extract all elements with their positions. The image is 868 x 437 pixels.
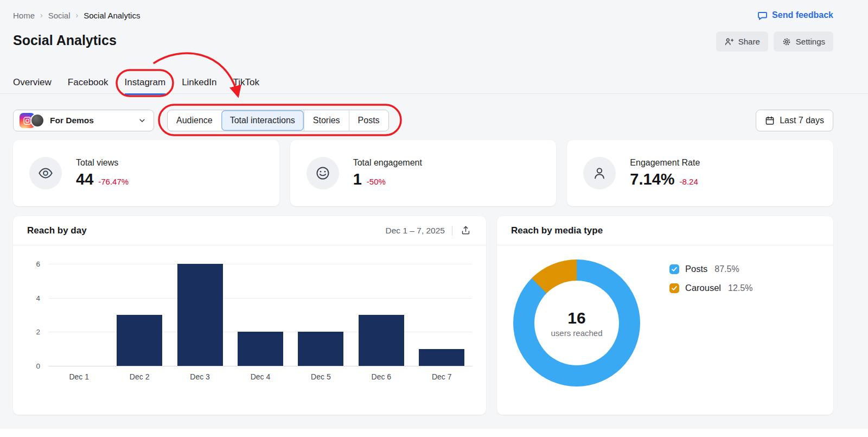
metric-value: 7.14% (630, 170, 674, 188)
metrics-row: Total views 44 -76.47% Total engagement … (13, 140, 833, 206)
gridline (49, 366, 472, 366)
segmented-control: Audience Total interactions Stories Post… (167, 110, 389, 131)
legend-value: 12.5% (728, 283, 752, 293)
tab-facebook[interactable]: Facebook (68, 76, 108, 95)
bar-chart-plot: 6420 (49, 264, 472, 366)
bar-column (109, 264, 169, 366)
profile-icons (20, 113, 44, 128)
legend-item-carousel[interactable]: Carousel 12.5% (669, 283, 752, 293)
bar-dec-2 (117, 315, 162, 366)
send-feedback-link[interactable]: Send feedback (757, 10, 833, 21)
tab-tiktok[interactable]: TikTok (233, 76, 259, 95)
date-range-button[interactable]: Last 7 days (756, 110, 833, 131)
breadcrumb-current: Social Analytics (84, 11, 140, 20)
x-axis-label: Dec 4 (230, 372, 290, 381)
reach-by-day-card: Reach by day Dec 1 – 7, 2025 6420 Dec 1D… (13, 216, 486, 415)
eye-icon (29, 157, 62, 189)
profile-selector[interactable]: For Demos (13, 110, 154, 131)
bar-column (170, 264, 230, 366)
top-bar: Home › Social › Social Analytics Send fe… (13, 9, 833, 22)
segment-stories[interactable]: Stories (304, 110, 349, 131)
x-axis-label: Dec 2 (109, 372, 169, 381)
title-actions: Share Settings (716, 31, 833, 52)
bar-chart-bars (49, 264, 472, 366)
metric-delta: -50% (367, 177, 386, 186)
donut-center: 16 users reached (534, 281, 619, 365)
metric-card-total-views: Total views 44 -76.47% (13, 140, 279, 206)
tabs: Overview Facebook Instagram LinkedIn Tik… (13, 76, 259, 95)
chevron-down-icon (138, 117, 146, 124)
settings-button[interactable]: Settings (774, 31, 833, 52)
person-plus-icon (724, 37, 734, 47)
x-axis-label: Dec 5 (291, 372, 351, 381)
users-reached-label: users reached (551, 328, 602, 338)
bar-dec-6 (359, 315, 404, 366)
smiley-icon (307, 157, 339, 189)
metric-delta: -8.24 (680, 177, 698, 186)
x-axis-label: Dec 1 (49, 372, 109, 381)
bar-chart: 6420 Dec 1Dec 2Dec 3Dec 4Dec 5Dec 6Dec 7 (27, 264, 472, 381)
bar-column (291, 264, 351, 366)
reach-by-media-card: Reach by media type 16 users reached Pos… (497, 216, 833, 415)
card-title: Reach by day (27, 225, 87, 236)
bar-dec-3 (177, 264, 223, 366)
bar-dec-5 (298, 332, 343, 366)
profile-name: For Demos (50, 116, 138, 125)
bar-dec-7 (419, 349, 464, 366)
tab-overview[interactable]: Overview (13, 76, 52, 95)
share-label: Share (738, 37, 760, 46)
settings-label: Settings (796, 37, 825, 46)
tab-instagram[interactable]: Instagram (125, 76, 166, 95)
date-range-label: Last 7 days (780, 116, 824, 125)
bar-chart-xaxis: Dec 1Dec 2Dec 3Dec 4Dec 5Dec 6Dec 7 (49, 372, 472, 381)
breadcrumb: Home › Social › Social Analytics (13, 11, 140, 20)
metric-card-total-engagement: Total engagement 1 -50% (290, 140, 557, 206)
metric-content: Total engagement 1 -50% (353, 158, 422, 188)
y-axis-label: 6 (30, 260, 40, 268)
segment-audience[interactable]: Audience (168, 110, 221, 131)
bottom-strip (0, 429, 868, 437)
chart-date-range: Dec 1 – 7, 2025 (386, 226, 445, 236)
toolbar: For Demos Audience Total interactions St… (13, 110, 833, 131)
metric-delta: -76.47% (98, 177, 129, 186)
export-button[interactable] (459, 224, 472, 237)
x-axis-label: Dec 7 (412, 372, 472, 381)
metric-content: Engagement Rate 7.14% -8.24 (630, 158, 700, 188)
metric-content: Total views 44 -76.47% (76, 158, 129, 188)
tab-linkedin[interactable]: LinkedIn (182, 76, 216, 95)
x-axis-label: Dec 3 (170, 372, 230, 381)
checkbox-carousel[interactable] (669, 283, 679, 293)
page-title: Social Analytics (13, 33, 117, 48)
calendar-icon (765, 116, 775, 125)
checkbox-posts[interactable] (669, 264, 679, 274)
divider (452, 226, 452, 236)
metric-label: Total engagement (353, 158, 422, 168)
card-title: Reach by media type (511, 225, 603, 236)
gear-icon (782, 37, 792, 47)
charts-row: Reach by day Dec 1 – 7, 2025 6420 Dec 1D… (13, 216, 833, 415)
bar-column (351, 264, 411, 366)
y-axis-label: 0 (30, 362, 40, 370)
bar-column (412, 264, 472, 366)
segment-total-interactions[interactable]: Total interactions (221, 110, 304, 131)
donut-chart-wrap: 16 users reached (513, 259, 640, 387)
breadcrumb-item-social[interactable]: Social (48, 11, 71, 20)
metric-card-engagement-rate: Engagement Rate 7.14% -8.24 (567, 140, 833, 206)
breadcrumb-item-home[interactable]: Home (13, 11, 35, 20)
legend-label: Posts (685, 264, 707, 274)
avatar (30, 113, 44, 128)
metric-value: 44 (76, 170, 93, 188)
segment-posts[interactable]: Posts (349, 110, 388, 131)
legend-item-posts[interactable]: Posts 87.5% (669, 264, 752, 274)
chevron-right-icon: › (76, 11, 79, 20)
metric-value: 1 (353, 170, 362, 188)
metric-label: Engagement Rate (630, 158, 700, 168)
share-button[interactable]: Share (716, 31, 768, 52)
chevron-right-icon: › (40, 11, 43, 20)
x-axis-label: Dec 6 (351, 372, 411, 381)
export-icon (461, 225, 471, 236)
legend-label: Carousel (685, 283, 721, 293)
person-icon (583, 157, 616, 189)
donut-legend: Posts 87.5% Carousel 12.5% (669, 264, 752, 293)
bar-column (49, 264, 109, 366)
